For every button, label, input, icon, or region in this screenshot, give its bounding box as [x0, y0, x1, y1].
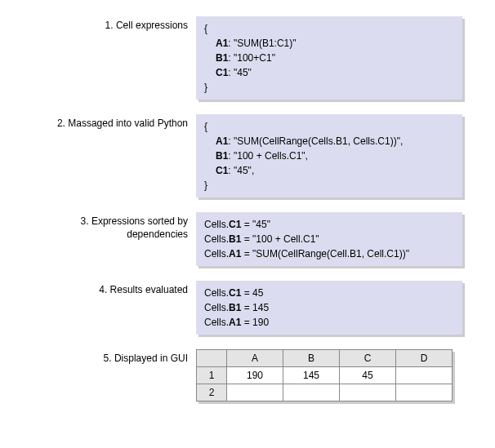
row-header-1: 1 [197, 367, 227, 384]
col-header-b: B [283, 350, 340, 367]
col-header-a: A [227, 350, 283, 367]
col-header-d: D [396, 350, 453, 367]
table-row: 1 190 145 45 [197, 367, 453, 384]
step-4-code: Cells.C1 = 45 Cells.B1 = 145 Cells.A1 = … [196, 281, 462, 335]
code-line: Cells.C1 = 45 [204, 286, 454, 300]
cell-key: C1 [216, 67, 228, 78]
header-row: A B C D [197, 350, 453, 367]
cell-val: : "SUM(CellRange(Cells.B1, Cells.C1))", [228, 135, 403, 147]
code-line: C1: "45", [204, 163, 454, 178]
step-5-label: 5. Displayed in GUI [33, 349, 196, 366]
cell-a2[interactable] [227, 384, 283, 401]
cell-key: A1 [216, 38, 228, 49]
step-1-label: 1. Cell expressions [33, 16, 196, 33]
code-line: Cells.A1 = "SUM(CellRange(Cell.B1, Cell.… [204, 246, 454, 261]
step-5: 5. Displayed in GUI A B C D 1 190 145 45… [33, 349, 462, 401]
cell-c2[interactable] [340, 384, 396, 401]
row-header-2: 2 [197, 384, 227, 401]
step-3-code: Cells.C1 = "45" Cells.B1 = "100 + Cell.C… [196, 212, 462, 266]
step-3-label: 3. Expressions sorted by dependencies [33, 212, 196, 241]
cell-b2[interactable] [283, 384, 340, 401]
brace-open: { [204, 21, 454, 36]
cell-key: A1 [216, 135, 228, 147]
brace-close: } [204, 80, 454, 95]
code-line: B1: "100 + Cells.C1", [204, 149, 454, 163]
cell-d1[interactable] [396, 367, 453, 384]
cell-val: : "100+C1" [228, 52, 275, 64]
cell-a1[interactable]: 190 [227, 367, 283, 384]
step-2-label: 2. Massaged into valid Python [33, 114, 196, 131]
corner-cell [197, 350, 227, 367]
code-line: C1: "45" [204, 65, 454, 80]
brace-close: } [204, 178, 454, 193]
brace-open: { [204, 119, 454, 134]
cell-key: B1 [216, 150, 228, 162]
cell-d2[interactable] [396, 384, 453, 401]
code-line: Cells.B1 = "100 + Cell.C1" [204, 232, 454, 246]
step-4: 4. Results evaluated Cells.C1 = 45 Cells… [33, 281, 462, 335]
step-3: 3. Expressions sorted by dependencies Ce… [33, 212, 462, 266]
cell-b1[interactable]: 145 [283, 367, 340, 384]
cell-c1[interactable]: 45 [340, 367, 396, 384]
spreadsheet-display: A B C D 1 190 145 45 2 [196, 349, 462, 401]
step-2: 2. Massaged into valid Python { A1: "SUM… [33, 114, 462, 197]
cell-val: : "SUM(B1:C1)" [228, 38, 296, 49]
cell-key: B1 [216, 52, 228, 64]
col-header-c: C [340, 350, 396, 367]
spreadsheet-table: A B C D 1 190 145 45 2 [196, 349, 453, 401]
cell-val: : "100 + Cells.C1", [228, 150, 308, 162]
step-2-code: { A1: "SUM(CellRange(Cells.B1, Cells.C1)… [196, 114, 462, 197]
cell-val: : "45" [228, 67, 252, 78]
cell-val: : "45", [228, 165, 254, 176]
code-line: Cells.A1 = 190 [204, 315, 454, 330]
cell-key: C1 [216, 165, 228, 176]
table-row: 2 [197, 384, 453, 401]
step-4-label: 4. Results evaluated [33, 281, 196, 297]
code-line: A1: "SUM(CellRange(Cells.B1, Cells.C1))"… [204, 134, 454, 149]
code-line: Cells.B1 = 145 [204, 300, 454, 315]
code-line: A1: "SUM(B1:C1)" [204, 36, 454, 51]
code-line: B1: "100+C1" [204, 51, 454, 65]
step-1: 1. Cell expressions { A1: "SUM(B1:C1)" B… [33, 16, 462, 100]
step-1-code: { A1: "SUM(B1:C1)" B1: "100+C1" C1: "45"… [196, 16, 462, 100]
code-line: Cells.C1 = "45" [204, 217, 454, 232]
